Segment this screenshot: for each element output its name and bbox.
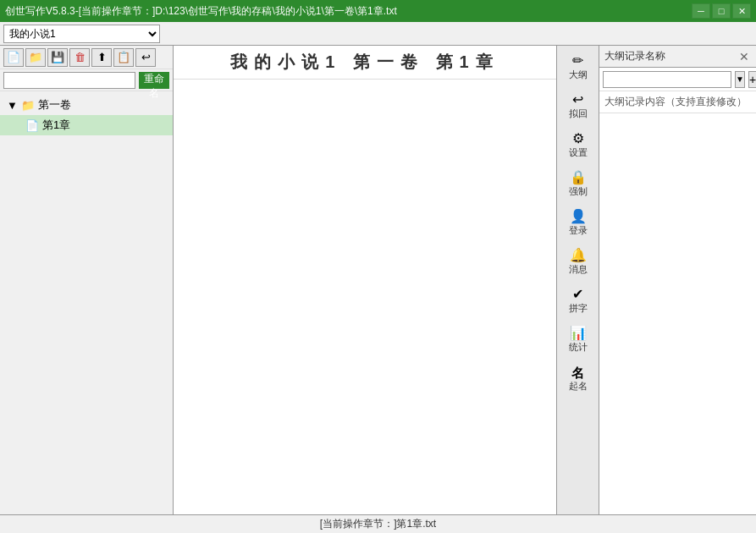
novel-select[interactable]: 我的小说1 (3, 25, 160, 43)
outline-label: 大纲 (569, 69, 588, 81)
sidebar-settings-button[interactable]: ⚙ 设置 (560, 127, 597, 164)
outline-icon: ✏ (572, 54, 583, 68)
login-label: 登录 (569, 224, 588, 237)
upload-button[interactable]: ⬆ (91, 48, 112, 67)
main-window: 我的小说1 📄 📁 💾 🗑 ⬆ 📋 ↩ 第1章 重命名 (0, 22, 756, 533)
folder-icon: 📁 (21, 99, 35, 112)
editor-title: 我的小说1 第一卷 第1章 (230, 51, 499, 74)
copy-button[interactable]: 📋 (113, 48, 134, 67)
editor-content[interactable] (174, 80, 556, 514)
left-toolbar: 📄 📁 💾 🗑 ⬆ 📋 ↩ (0, 46, 173, 69)
outline-close-button[interactable]: ✕ (737, 50, 751, 63)
tree-chapter-item[interactable]: 📄 第1章 (0, 115, 173, 135)
open-folder-button[interactable]: 📁 (25, 48, 46, 67)
minimize-button[interactable]: ─ (692, 3, 710, 19)
outline-dropdown-button[interactable]: ▼ (735, 71, 745, 88)
sidebar-login-button[interactable]: 👤 登录 (560, 205, 597, 242)
outline-content-area[interactable] (599, 113, 756, 514)
chapter-row: 第1章 重命名 (0, 69, 173, 91)
outline-name-input[interactable] (603, 71, 731, 88)
settings-label: 设置 (569, 146, 588, 159)
spell-icon: ✔ (572, 288, 583, 301)
message-icon: 🔔 (570, 249, 587, 262)
naming-icon: 名 (571, 366, 584, 379)
user-icon: 👤 (570, 210, 587, 223)
lock-label: 强制 (569, 185, 588, 198)
sidebar-spell-button[interactable]: ✔ 拼字 (560, 283, 597, 320)
back-icon: ↩ (572, 93, 583, 107)
outline-add-button[interactable]: + (748, 71, 756, 88)
folder-arrow-icon: ▼ (7, 99, 18, 112)
status-bar: [当前操作章节：]第1章.txt (0, 514, 756, 533)
close-button[interactable]: ✕ (732, 3, 751, 19)
content-area: 📄 📁 💾 🗑 ⬆ 📋 ↩ 第1章 重命名 ▼ 📁 第一卷 (0, 46, 756, 514)
settings-icon: ⚙ (572, 132, 584, 146)
spell-label: 拼字 (569, 302, 588, 315)
status-text: [当前操作章节：]第1章.txt (320, 517, 436, 531)
editor-header: 我的小说1 第一卷 第1章 (174, 46, 556, 80)
editor-panel: 我的小说1 第一卷 第1章 (174, 46, 557, 514)
tree-area: ▼ 📁 第一卷 📄 第1章 (0, 91, 173, 514)
save-button[interactable]: 💾 (47, 48, 68, 67)
chapter-doc-icon: 📄 (25, 119, 39, 132)
sidebar-naming-button[interactable]: 名 起名 (560, 360, 597, 398)
sidebar-stats-button[interactable]: 📊 统计 (560, 321, 597, 359)
new-file-button[interactable]: 📄 (3, 48, 24, 67)
right-sidebar: ✏ 大纲 ↩ 拟回 ⚙ 设置 🔒 强制 👤 登录 🔔 消息 (557, 46, 599, 514)
stats-icon: 📊 (570, 327, 587, 340)
message-label: 消息 (569, 263, 588, 276)
naming-label: 起名 (569, 380, 588, 393)
undo-button[interactable]: ↩ (135, 48, 156, 67)
lock-icon: 🔒 (570, 171, 587, 184)
outline-header: 大纲记录名称 ✕ (599, 46, 756, 68)
outline-name-row: ▼ + (599, 68, 756, 91)
sidebar-outline-button[interactable]: ✏ 大纲 (560, 49, 597, 86)
chapter-label: 第1章 (42, 118, 70, 133)
folder-label: 第一卷 (38, 97, 71, 113)
maximize-button[interactable]: □ (712, 3, 731, 19)
chapter-input[interactable]: 第1章 (3, 72, 135, 89)
outline-panel-title: 大纲记录名称 (604, 49, 665, 63)
left-panel: 📄 📁 💾 🗑 ⬆ 📋 ↩ 第1章 重命名 ▼ 📁 第一卷 (0, 46, 174, 514)
outline-panel: 大纲记录名称 ✕ ▼ + 大纲记录内容（支持直接修改） (599, 46, 756, 514)
back-label: 拟回 (569, 107, 588, 120)
top-toolbar: 我的小说1 (0, 22, 756, 46)
rename-button[interactable]: 重命名 (139, 72, 169, 89)
sidebar-message-button[interactable]: 🔔 消息 (560, 244, 597, 281)
sidebar-lock-button[interactable]: 🔒 强制 (560, 166, 597, 203)
sidebar-back-button[interactable]: ↩ 拟回 (560, 88, 597, 125)
delete-button[interactable]: 🗑 (69, 48, 90, 67)
window-controls: ─ □ ✕ (692, 3, 751, 19)
stats-label: 统计 (569, 341, 588, 354)
outline-content-label: 大纲记录内容（支持直接修改） (599, 91, 756, 113)
tree-folder-item[interactable]: ▼ 📁 第一卷 (0, 95, 173, 115)
window-title: 创世写作V5.8.3-[当前操作章节：]D:\123\创世写作\我的存稿\我的小… (5, 4, 397, 19)
title-bar: 创世写作V5.8.3-[当前操作章节：]D:\123\创世写作\我的存稿\我的小… (0, 0, 756, 22)
